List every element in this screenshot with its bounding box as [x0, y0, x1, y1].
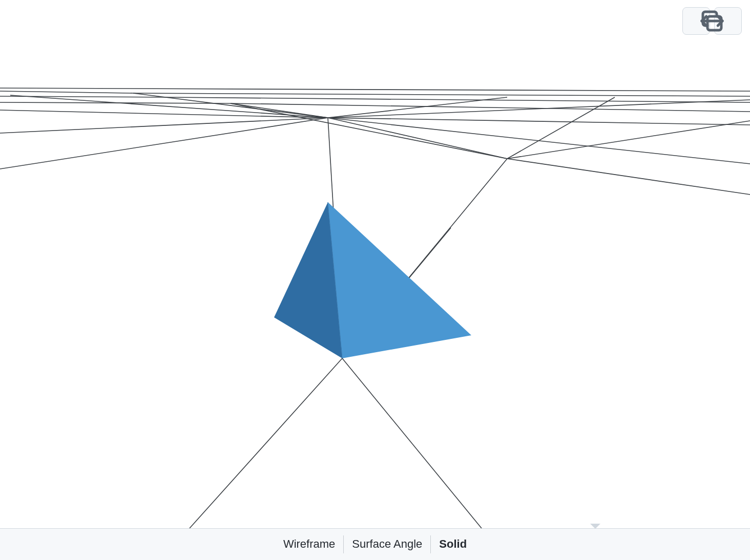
copy-button[interactable] [714, 7, 742, 35]
svg-line-17 [328, 118, 507, 159]
svg-line-11 [0, 88, 750, 91]
svg-line-20 [507, 97, 615, 159]
svg-line-18 [507, 121, 750, 159]
svg-line-19 [507, 159, 750, 195]
render-mode-group: Wireframe Surface Angle Solid [275, 535, 475, 553]
svg-line-9 [0, 91, 133, 93]
mode-surface-angle[interactable]: Surface Angle [344, 535, 431, 553]
copy-icon [682, 7, 742, 35]
footer-caret-icon [590, 524, 600, 529]
tetrahedron-mesh [274, 202, 471, 358]
svg-line-6 [231, 103, 750, 112]
svg-line-3 [328, 118, 750, 125]
3d-viewport[interactable] [0, 0, 750, 528]
svg-marker-27 [328, 202, 471, 358]
svg-rect-31 [707, 16, 721, 30]
svg-line-16 [328, 100, 750, 118]
scene-render [0, 0, 750, 528]
render-mode-footer: Wireframe Surface Angle Solid [0, 528, 750, 560]
svg-line-10 [133, 93, 750, 96]
svg-line-25 [342, 358, 482, 528]
mode-wireframe[interactable]: Wireframe [275, 535, 344, 553]
mode-solid[interactable]: Solid [431, 535, 475, 553]
svg-line-23 [190, 358, 342, 528]
svg-line-8 [169, 97, 750, 102]
viewport-toolbar [682, 7, 742, 35]
